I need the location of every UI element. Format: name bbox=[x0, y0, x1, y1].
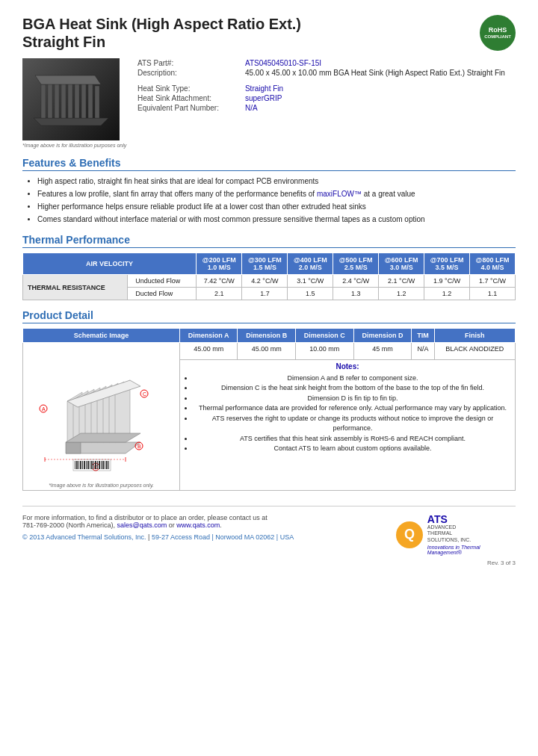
svg-rect-43 bbox=[86, 461, 87, 469]
svg-rect-51 bbox=[101, 461, 102, 469]
page-title: BGA Heat Sink (High Aspect Ratio Ext.) S… bbox=[22, 15, 516, 51]
col-300-header: @300 LFM 1.5 M/S bbox=[242, 253, 288, 275]
part-number-value: ATS045045010-SF-15I bbox=[242, 58, 516, 68]
attachment-value: superGRIP bbox=[242, 93, 516, 103]
thermal-performance-table: AIR VELOCITY @200 LFM 1.0 M/S @300 LFM 1… bbox=[22, 252, 516, 300]
svg-text:B: B bbox=[137, 444, 141, 449]
unducted-label: Unducted Flow bbox=[128, 275, 197, 288]
page-number: Rev. 3 of 3 bbox=[22, 560, 516, 566]
footer-email-link[interactable]: sales@qats.com bbox=[117, 521, 167, 529]
dim-c-header: Dimension C bbox=[296, 329, 354, 343]
footer-contact-text: For more information, to find a distribu… bbox=[22, 514, 381, 529]
footer-website-link[interactable]: www.qats.com bbox=[176, 521, 220, 529]
col-700-header: @700 LFM 3.5 M/S bbox=[424, 253, 470, 275]
schematic-cell: A B C D bbox=[23, 343, 180, 491]
svg-rect-2 bbox=[48, 81, 52, 118]
rohs-badge: RoHS COMPLIANT bbox=[480, 15, 516, 51]
note-7: Contact ATS to learn about custom option… bbox=[194, 444, 512, 454]
part-number-label: ATS Part#: bbox=[134, 58, 242, 68]
note-6: ATS certifies that this heat sink assemb… bbox=[194, 434, 512, 444]
page: RoHS COMPLIANT BGA Heat Sink (High Aspec… bbox=[0, 0, 538, 756]
col-400-header: @400 LFM 2.0 M/S bbox=[288, 253, 333, 275]
schematic-image: A B C D bbox=[26, 345, 168, 480]
feature-item-2: Features a low profile, slant fin array … bbox=[37, 188, 516, 199]
product-image-area: *Image above is for illustration purpose… bbox=[22, 58, 134, 148]
svg-rect-53 bbox=[105, 461, 105, 469]
schematic-header: Schematic Image bbox=[23, 329, 180, 343]
unducted-600: 2.1 °C/W bbox=[379, 275, 424, 288]
col-500-header: @500 LFM 2.5 M/S bbox=[333, 253, 379, 275]
svg-text:C: C bbox=[143, 391, 146, 397]
svg-rect-39 bbox=[78, 461, 79, 469]
svg-rect-9 bbox=[95, 86, 99, 118]
svg-rect-54 bbox=[106, 461, 108, 469]
rohs-compliant-text: COMPLIANT bbox=[484, 34, 511, 40]
svg-rect-42 bbox=[84, 461, 85, 469]
air-velocity-header: AIR VELOCITY bbox=[23, 253, 197, 275]
unducted-400: 3.1 °C/W bbox=[288, 275, 333, 288]
ducted-700: 1.2 bbox=[424, 288, 470, 300]
ats-text-block: ATS ADVANCED THERMAL SOLUTIONS, INC. Inn… bbox=[427, 514, 516, 555]
svg-rect-52 bbox=[102, 461, 104, 469]
col-800-header: @800 LFM 4.0 M/S bbox=[470, 253, 516, 275]
notes-cell: Notes: Dimension A and B refer to compon… bbox=[180, 359, 516, 490]
note-1: Dimension A and B refer to component siz… bbox=[194, 374, 512, 384]
dim-b-header: Dimension B bbox=[238, 329, 296, 343]
svg-rect-45 bbox=[90, 461, 90, 469]
dim-c-value: 10.00 mm bbox=[296, 343, 354, 360]
svg-rect-38 bbox=[76, 461, 78, 469]
footer-right: Q ATS ADVANCED THERMAL SOLUTIONS, INC. I… bbox=[396, 514, 516, 555]
footer-section: For more information, to find a distribu… bbox=[22, 506, 516, 555]
heatsink-svg bbox=[26, 62, 116, 137]
feature-item-3: Higher performance helps ensure reliable… bbox=[37, 201, 516, 212]
equiv-part-label: Equivalent Part Number: bbox=[134, 103, 242, 113]
ats-tagline: Innovations in Thermal Management® bbox=[427, 545, 516, 555]
ducted-400: 1.5 bbox=[288, 288, 333, 300]
unducted-200: 7.42 °C/W bbox=[197, 275, 242, 288]
ducted-800: 1.1 bbox=[470, 288, 516, 300]
product-detail-section-title: Product Detail bbox=[22, 309, 516, 323]
schematic-caption: *Image above is for illustration purpose… bbox=[26, 483, 176, 488]
thermal-resistance-label: THERMAL RESISTANCE bbox=[23, 275, 128, 300]
tim-value: N/A bbox=[412, 343, 434, 360]
ducted-500: 1.3 bbox=[333, 288, 379, 300]
svg-text:A: A bbox=[42, 406, 46, 412]
svg-marker-10 bbox=[35, 75, 101, 84]
product-details-table: ATS Part#: ATS045045010-SF-15I Descripti… bbox=[134, 58, 516, 148]
svg-rect-47 bbox=[93, 461, 94, 469]
svg-rect-1 bbox=[41, 84, 46, 118]
rohs-text: RoHS bbox=[489, 27, 507, 34]
ats-title: ATS bbox=[427, 514, 516, 524]
dim-a-header: Dimension A bbox=[180, 329, 238, 343]
dim-a-value: 45.00 mm bbox=[180, 343, 238, 360]
ats-q-icon: Q bbox=[396, 521, 423, 548]
feature-item-4: Comes standard without interface materia… bbox=[37, 214, 516, 225]
svg-rect-8 bbox=[88, 83, 93, 118]
features-list: High aspect ratio, straight fin heat sin… bbox=[22, 176, 516, 225]
heat-sink-type-value: Straight Fin bbox=[242, 84, 516, 93]
description-label: Description: bbox=[134, 68, 242, 78]
finish-value: BLACK ANODIZED bbox=[434, 343, 515, 360]
ducted-200: 2.1 bbox=[197, 288, 242, 300]
note-3: Dimension D is fin tip to fin tip. bbox=[194, 394, 512, 404]
svg-rect-48 bbox=[95, 461, 96, 469]
svg-rect-44 bbox=[87, 461, 89, 469]
unducted-700: 1.9 °C/W bbox=[424, 275, 470, 288]
finish-header: Finish bbox=[434, 329, 515, 343]
features-section-title: Features & Benefits bbox=[22, 157, 516, 171]
ats-logo: Q ATS ADVANCED THERMAL SOLUTIONS, INC. I… bbox=[396, 514, 516, 555]
ats-subtitle: ADVANCED THERMAL SOLUTIONS, INC. bbox=[427, 524, 516, 543]
equiv-part-value: N/A bbox=[242, 103, 516, 113]
svg-rect-37 bbox=[75, 461, 75, 469]
feature-item-1: High aspect ratio, straight fin heat sin… bbox=[37, 176, 516, 187]
footer-left: For more information, to find a distribu… bbox=[22, 514, 396, 541]
dim-b-value: 45.00 mm bbox=[238, 343, 296, 360]
svg-rect-55 bbox=[108, 461, 109, 469]
svg-rect-40 bbox=[80, 461, 81, 469]
svg-rect-49 bbox=[97, 461, 98, 469]
note-4: Thermal performance data are provided fo… bbox=[194, 403, 512, 414]
footer-copyright: © 2013 Advanced Thermal Solutions, Inc. … bbox=[22, 533, 381, 541]
heat-sink-type-label: Heat Sink Type: bbox=[134, 84, 242, 93]
maxiflow-link: maxiFLOW™ bbox=[317, 190, 362, 198]
dim-d-header: Dimension D bbox=[353, 329, 412, 343]
